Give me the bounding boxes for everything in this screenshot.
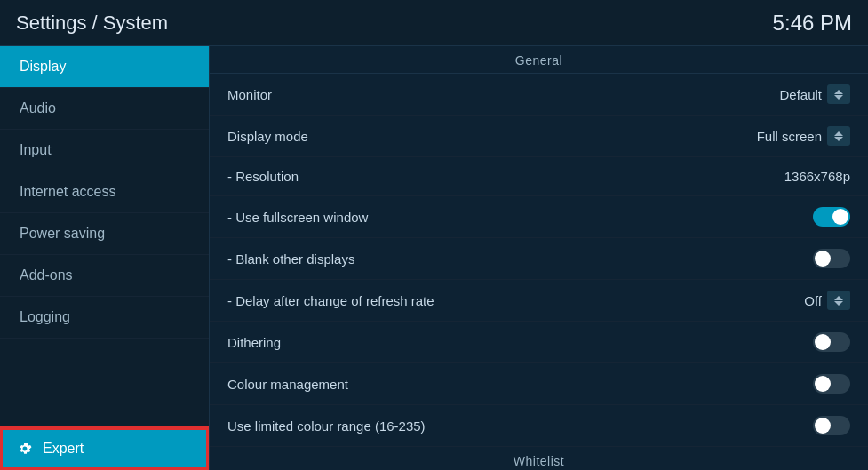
sidebar-item-internet-access[interactable]: Internet access — [0, 171, 209, 213]
resolution-row[interactable]: - Resolution 1366x768p — [210, 157, 868, 196]
settings-content: General Monitor Default Display mode Ful… — [210, 46, 868, 470]
sidebar-item-power-saving[interactable]: Power saving — [0, 213, 209, 255]
display-mode-row[interactable]: Display mode Full screen — [210, 116, 868, 157]
display-mode-text: Full screen — [757, 129, 822, 144]
toggle-thumb — [815, 334, 831, 350]
sidebar-footer: Expert — [0, 426, 209, 470]
sidebar-item-display[interactable]: Display — [0, 46, 209, 88]
toggle-thumb — [815, 376, 831, 392]
limited-colour-label: Use limited colour range (16-235) — [227, 418, 426, 434]
dithering-label: Dithering — [227, 335, 281, 350]
page-title: Settings / System — [16, 12, 168, 35]
arrow-up-icon — [834, 131, 843, 136]
resolution-text: 1366x768p — [784, 169, 850, 184]
monitor-text: Default — [779, 87, 822, 102]
monitor-value: Default — [779, 84, 850, 104]
delay-refresh-text: Off — [804, 293, 822, 308]
blank-displays-toggle[interactable] — [813, 249, 850, 268]
gear-icon — [16, 440, 34, 458]
section-whitelist-header: Whitelist — [210, 447, 868, 470]
limited-colour-row[interactable]: Use limited colour range (16-235) — [210, 405, 868, 447]
arrow-down-icon — [834, 137, 843, 141]
sidebar-nav: Display Audio Input Internet access Powe… — [0, 46, 209, 426]
display-mode-label: Display mode — [227, 129, 308, 144]
sidebar-item-logging[interactable]: Logging — [0, 297, 209, 339]
colour-management-row[interactable]: Colour management — [210, 363, 868, 405]
monitor-dropdown[interactable] — [827, 84, 850, 104]
dithering-row[interactable]: Dithering — [210, 322, 868, 363]
toggle-thumb — [815, 251, 831, 267]
colour-management-label: Colour management — [227, 377, 348, 392]
monitor-row[interactable]: Monitor Default — [210, 74, 868, 116]
arrow-down-icon — [834, 301, 843, 306]
fullscreen-window-row[interactable]: - Use fullscreen window — [210, 196, 868, 238]
expert-button[interactable]: Expert — [0, 427, 209, 470]
resolution-value: 1366x768p — [784, 169, 850, 184]
delay-refresh-label: - Delay after change of refresh rate — [227, 293, 434, 308]
expert-label: Expert — [43, 441, 84, 457]
dithering-toggle[interactable] — [813, 332, 850, 352]
monitor-label: Monitor — [227, 87, 272, 102]
delay-refresh-value: Off — [804, 291, 850, 310]
delay-refresh-dropdown[interactable] — [827, 291, 850, 310]
arrow-down-icon — [834, 95, 843, 100]
sidebar-item-add-ons[interactable]: Add-ons — [0, 255, 209, 297]
delay-refresh-row[interactable]: - Delay after change of refresh rate Off — [210, 280, 868, 322]
sidebar-item-audio[interactable]: Audio — [0, 88, 209, 130]
arrow-up-icon — [834, 296, 843, 300]
limited-colour-toggle[interactable] — [813, 416, 850, 435]
current-time: 5:46 PM — [773, 11, 852, 36]
main-layout: Display Audio Input Internet access Powe… — [0, 46, 868, 470]
toggle-thumb — [815, 418, 831, 434]
display-mode-dropdown[interactable] — [827, 126, 850, 146]
fullscreen-window-label: - Use fullscreen window — [227, 210, 368, 225]
blank-displays-row[interactable]: - Blank other displays — [210, 238, 868, 280]
blank-displays-label: - Blank other displays — [227, 251, 354, 267]
sidebar-item-input[interactable]: Input — [0, 130, 209, 171]
display-mode-value: Full screen — [757, 126, 850, 146]
toggle-thumb — [832, 209, 848, 225]
sidebar: Display Audio Input Internet access Powe… — [0, 46, 210, 470]
app-header: Settings / System 5:46 PM — [0, 0, 868, 46]
resolution-label: - Resolution — [227, 169, 299, 184]
section-general-header: General — [210, 46, 868, 74]
colour-management-toggle[interactable] — [813, 374, 850, 394]
arrow-up-icon — [834, 90, 843, 94]
fullscreen-window-toggle[interactable] — [813, 207, 850, 227]
